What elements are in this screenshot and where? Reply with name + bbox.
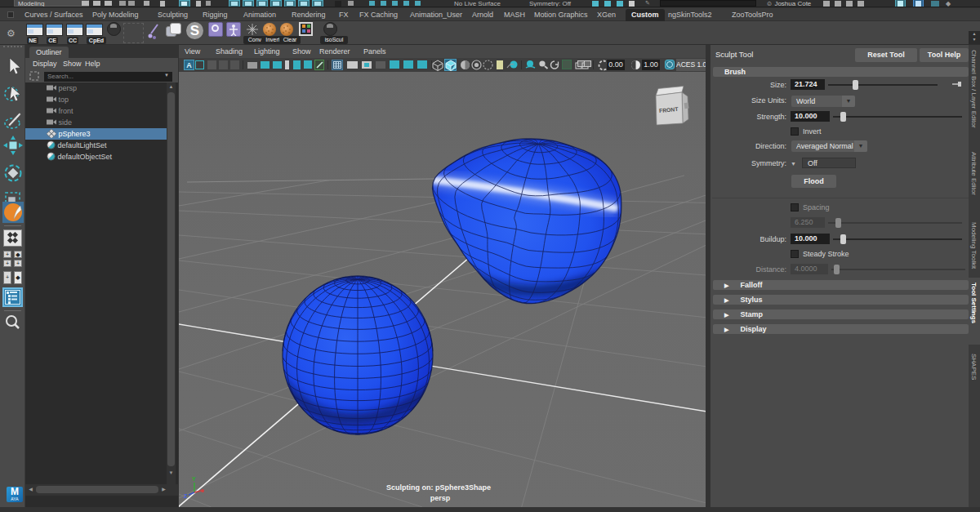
svg-text:persp: persp — [430, 494, 451, 502]
svg-text:Sculpting on: pSphere3Shape: Sculpting on: pSphere3Shape — [386, 483, 491, 492]
svg-text:Z: Z — [184, 493, 188, 499]
svg-text:Y: Y — [192, 476, 196, 482]
